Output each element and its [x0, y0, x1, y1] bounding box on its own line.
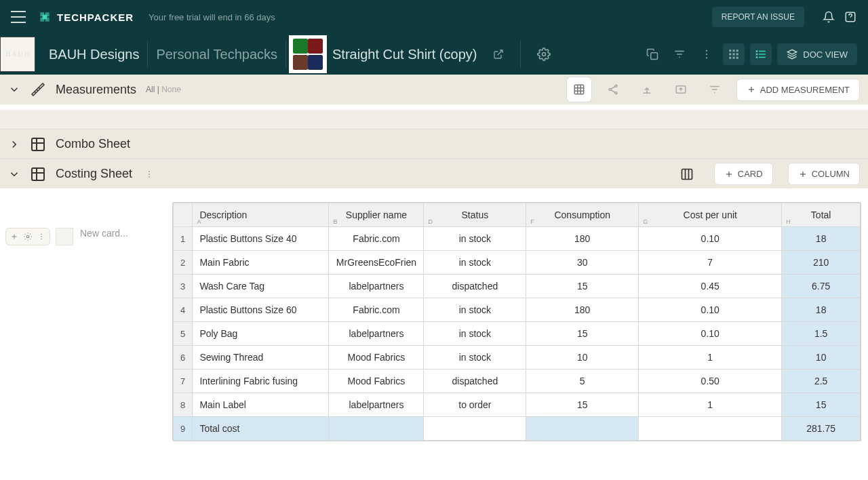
cell-supplier[interactable]: MrGreensEcoFrien [329, 251, 424, 275]
open-external-icon[interactable] [493, 49, 504, 60]
table-row[interactable]: 8 Main Label labelpartners to order 15 1… [174, 393, 861, 417]
cell-supplier[interactable]: labelpartners [329, 393, 424, 417]
col-description[interactable]: DescriptionA [193, 203, 329, 227]
cell-consumption[interactable]: 15 [526, 322, 639, 346]
table-row[interactable]: 2 Main Fabric MrGreensEcoFrien in stock … [174, 251, 861, 275]
col-status[interactable]: StatusD [424, 203, 526, 227]
help-icon[interactable] [844, 10, 857, 24]
upload-icon[interactable] [635, 77, 659, 102]
cell-consumption[interactable]: 30 [526, 251, 639, 275]
cell-consumption[interactable]: 15 [526, 275, 639, 298]
add-measurement-button[interactable]: ADD MEASUREMENT [736, 79, 860, 101]
cell-total[interactable]: 18 [782, 298, 861, 322]
cell-supplier[interactable]: Mood Fabrics [329, 369, 424, 393]
row-more-icon[interactable] [35, 230, 48, 243]
copy-icon[interactable] [642, 43, 663, 65]
cell-description[interactable]: Main Fabric [193, 251, 329, 275]
cell-status[interactable]: dispatched [424, 369, 526, 393]
cell-total[interactable]: 281.75 [782, 417, 861, 441]
grid-view-icon[interactable] [723, 43, 745, 65]
cell-consumption[interactable]: 10 [526, 346, 639, 369]
cell-consumption[interactable] [526, 417, 639, 441]
cell-status[interactable]: in stock [424, 322, 526, 346]
cell-description[interactable]: Total cost [193, 417, 329, 441]
cell-total[interactable]: 6.75 [782, 275, 861, 298]
cell-cost-per-unit[interactable]: 1 [639, 346, 782, 369]
measurements-filter[interactable]: All | None [146, 85, 181, 94]
cell-status[interactable]: to order [424, 393, 526, 417]
cell-consumption[interactable]: 180 [526, 298, 639, 322]
collapse-icon[interactable] [8, 168, 20, 180]
cell-total[interactable]: 2.5 [782, 369, 861, 393]
cell-description[interactable]: Poly Bag [193, 322, 329, 346]
cell-status[interactable] [424, 417, 526, 441]
more-icon[interactable] [144, 169, 154, 179]
list-view-icon[interactable] [750, 43, 772, 65]
cell-status[interactable]: dispatched [424, 275, 526, 298]
columns-icon[interactable] [675, 162, 699, 186]
collapse-icon[interactable] [8, 83, 20, 96]
cell-cost-per-unit[interactable]: 0.45 [639, 275, 782, 298]
total-row[interactable]: 9 Total cost 281.75 [174, 417, 861, 441]
cell-cost-per-unit[interactable]: 0.10 [639, 298, 782, 322]
cell-cost-per-unit[interactable] [639, 417, 782, 441]
settings-icon[interactable] [537, 47, 551, 61]
cell-status[interactable]: in stock [424, 298, 526, 322]
workspace-avatar[interactable]: B A U H [0, 37, 35, 72]
cell-description[interactable]: Wash Care Tag [193, 275, 329, 298]
cell-supplier[interactable] [329, 417, 424, 441]
add-column-button[interactable]: COLUMN [788, 163, 860, 185]
table-row[interactable]: 5 Poly Bag labelpartners in stock 15 0.1… [174, 322, 861, 346]
cell-consumption[interactable]: 5 [526, 369, 639, 393]
cell-description[interactable]: Main Label [193, 393, 329, 417]
col-total[interactable]: TotalH [782, 203, 861, 227]
cell-consumption[interactable]: 180 [526, 227, 639, 251]
cell-cost-per-unit[interactable]: 1 [639, 393, 782, 417]
cell-supplier[interactable]: Fabric.com [329, 298, 424, 322]
cell-cost-per-unit[interactable]: 0.10 [639, 322, 782, 346]
new-card-input[interactable]: New card... [80, 228, 128, 239]
cell-description[interactable]: Sewing Thread [193, 346, 329, 369]
cell-supplier[interactable]: labelpartners [329, 275, 424, 298]
report-issue-button[interactable]: REPORT AN ISSUE [712, 7, 804, 27]
cell-cost-per-unit[interactable]: 0.10 [639, 227, 782, 251]
cell-cost-per-unit[interactable]: 0.50 [639, 369, 782, 393]
cell-status[interactable]: in stock [424, 346, 526, 369]
brand-logo[interactable]: TECHPACKER [38, 10, 134, 24]
cell-status[interactable]: in stock [424, 251, 526, 275]
table-row[interactable]: 3 Wash Care Tag labelpartners dispatched… [174, 275, 861, 298]
cell-supplier[interactable]: labelpartners [329, 322, 424, 346]
table-row[interactable]: 7 Interlining Fabric fusing Mood Fabrics… [174, 369, 861, 393]
doc-view-button[interactable]: DOC VIEW [777, 43, 857, 65]
filter-view-icon[interactable] [669, 43, 690, 65]
add-card-button[interactable]: CARD [714, 163, 773, 185]
cell-consumption[interactable]: 15 [526, 393, 639, 417]
table-icon[interactable] [567, 77, 591, 102]
cell-supplier[interactable]: Mood Fabrics [329, 346, 424, 369]
share-icon[interactable] [601, 77, 625, 102]
cell-total[interactable]: 18 [782, 227, 861, 251]
cell-status[interactable]: in stock [424, 227, 526, 251]
add-row-icon[interactable] [7, 230, 21, 243]
menu-icon[interactable] [11, 11, 26, 23]
export-icon[interactable] [669, 77, 693, 102]
table-row[interactable]: 4 Plastic Buttons Size 60 Fabric.com in … [174, 298, 861, 322]
breadcrumb-item[interactable]: Straight Cut Shirt (copy) [327, 47, 482, 62]
cell-total[interactable]: 10 [782, 346, 861, 369]
card-placeholder[interactable] [56, 228, 73, 245]
cell-description[interactable]: Plastic Buttons Size 40 [193, 227, 329, 251]
cell-total[interactable]: 15 [782, 393, 861, 417]
col-cost-per-unit[interactable]: Cost per unitG [639, 203, 782, 227]
row-settings-icon[interactable] [21, 230, 35, 243]
cell-cost-per-unit[interactable]: 7 [639, 251, 782, 275]
cell-description[interactable]: Interlining Fabric fusing [193, 369, 329, 393]
more-icon[interactable] [696, 43, 717, 65]
col-supplier[interactable]: Supplier nameB [329, 203, 424, 227]
item-thumbnail[interactable] [289, 35, 327, 73]
breadcrumb-collection[interactable]: Personal Techpacks [151, 47, 283, 62]
cell-supplier[interactable]: Fabric.com [329, 227, 424, 251]
cell-total[interactable]: 1.5 [782, 322, 861, 346]
breadcrumb-workspace[interactable]: BAUH Designs [43, 47, 144, 62]
table-row[interactable]: 1 Plastic Buttons Size 40 Fabric.com in … [174, 227, 861, 251]
table-row[interactable]: 6 Sewing Thread Mood Fabrics in stock 10… [174, 346, 861, 369]
